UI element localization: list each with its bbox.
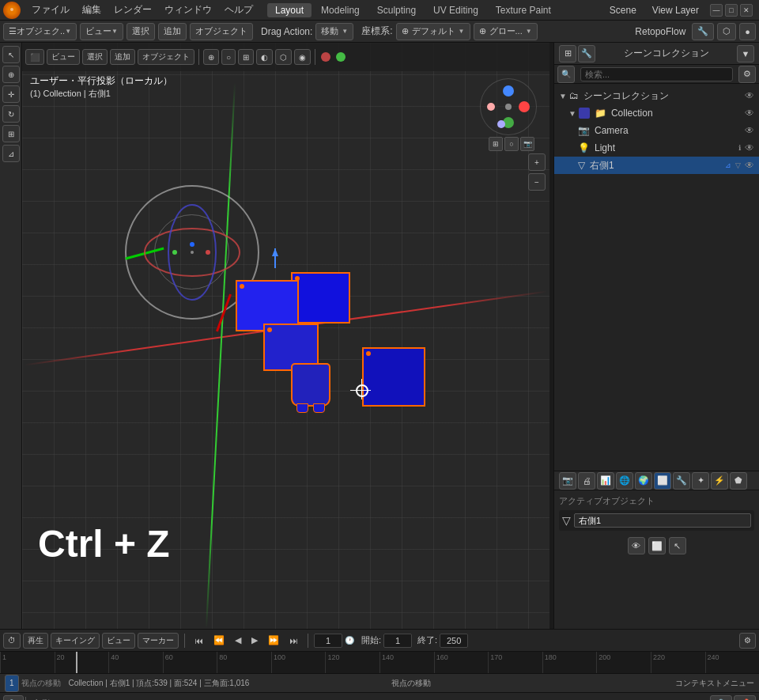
object-button[interactable]: オブジェクト [190, 23, 253, 40]
nav-yn-axis[interactable] [497, 120, 505, 128]
particles-props-tab[interactable]: ✦ [692, 472, 709, 490]
visibility-toggle[interactable]: 👁 [745, 108, 754, 119]
win-minimize[interactable]: — [710, 4, 723, 17]
tab-layout[interactable]: Layout [267, 3, 312, 17]
select-tool-btn[interactable]: ↖ [2, 46, 20, 63]
timeline-editor-type[interactable]: ⏱ [3, 633, 21, 649]
cursor-tool-btn[interactable]: ⊕ [2, 66, 20, 83]
marker-btn[interactable]: マーカー [138, 633, 179, 649]
mode-1-btn[interactable]: 1 [5, 675, 19, 692]
light-item[interactable]: 💡 Light ℹ 👁 [554, 139, 759, 157]
object-creature[interactable] [291, 363, 330, 407]
properties-btn[interactable]: 🔧 [578, 45, 595, 62]
jump-end-btn[interactable]: ⏭ [285, 634, 302, 647]
keying-btn[interactable]: キーイング [51, 633, 100, 649]
snap-btn[interactable]: ⊕ [203, 49, 219, 65]
zoom-out-btn[interactable]: − [528, 173, 546, 191]
menu-help[interactable]: ヘルプ [218, 2, 259, 18]
filter-btn[interactable]: ▼ [737, 45, 754, 62]
grid-btn[interactable]: ⊞ [238, 49, 254, 65]
win-close[interactable]: ✕ [740, 4, 753, 17]
menu-edit[interactable]: 編集 [76, 2, 108, 18]
mode-selector[interactable]: ☰ オブジェク.. ▼ [3, 23, 77, 40]
add-button[interactable]: 追加 [158, 23, 187, 40]
object-cube4[interactable] [362, 347, 425, 407]
world-props-tab[interactable]: 🌍 [635, 472, 652, 490]
select-btn[interactable]: ↖ [669, 537, 686, 554]
search-icon-btn[interactable]: 🔍 [557, 66, 575, 83]
props-pin-btn[interactable]: 📌 [734, 695, 756, 701]
viewport-shading-btn[interactable]: ◐ [256, 49, 273, 65]
timeline-track[interactable]: 1 20 40 60 80 100 120 140 160 170 180 20… [0, 652, 759, 673]
modifier-props-tab[interactable]: 🔧 [673, 472, 690, 490]
transform-orientation-dropdown[interactable]: ⊕ グロー... ▼ [474, 23, 538, 40]
object-item[interactable]: ▽ 右側1 ⊿ ▽ 👁 [554, 157, 759, 174]
drag-action-dropdown[interactable]: 移動 ▼ [315, 23, 353, 40]
object-name-input[interactable] [574, 513, 751, 528]
select-button[interactable]: 選択 [126, 23, 155, 40]
jump-start-btn[interactable]: ⏮ [191, 634, 207, 647]
hide-btn[interactable]: 👁 [628, 537, 645, 554]
overlay-btn[interactable]: ⬡ [275, 49, 292, 65]
select-menu-btn[interactable]: 選択 [82, 49, 108, 65]
props-lock-btn[interactable]: 🔒 [710, 695, 732, 701]
viewport-display-btn[interactable]: ⬜ [648, 537, 666, 554]
visibility-toggle[interactable]: 👁 [745, 160, 754, 171]
visibility-toggle[interactable]: 👁 [745, 125, 754, 136]
scene-collection-item[interactable]: ▼ 🗂 シーンコレクション 👁 [554, 87, 759, 104]
add-menu-btn[interactable]: 追加 [110, 49, 135, 65]
nav-circle[interactable] [480, 78, 537, 135]
win-maximize[interactable]: □ [725, 4, 738, 17]
outliner-search-input[interactable] [580, 67, 733, 81]
step-forward-btn[interactable]: ⏩ [264, 634, 283, 647]
proportional-btn[interactable]: ○ [221, 49, 236, 65]
nav-xn-axis[interactable] [487, 103, 495, 111]
view-layer-props-tab[interactable]: 📊 [597, 472, 614, 490]
menu-render[interactable]: レンダー [108, 2, 158, 18]
nav-gizmo[interactable]: ⊞ ○ 📷 [480, 78, 543, 142]
xray-btn[interactable]: ◉ [294, 49, 311, 65]
tl-settings-btn[interactable]: ⚙ [739, 633, 756, 649]
tab-uv-editing[interactable]: UV Editing [425, 3, 486, 17]
output-props-tab[interactable]: 🖨 [578, 472, 595, 490]
menu-file[interactable]: ファイル [25, 2, 76, 18]
move-tool-btn[interactable]: ✛ [2, 85, 20, 103]
object-props-tab[interactable]: ⬜ [654, 472, 671, 490]
coord-system-dropdown[interactable]: ⊕ デフォルト ▼ [396, 23, 470, 40]
start-frame-input[interactable] [383, 634, 412, 648]
shading-toggle[interactable]: ● [739, 23, 756, 40]
nav-x-axis[interactable] [519, 101, 530, 112]
scale-tool-btn[interactable]: ⊞ [2, 125, 20, 142]
filter-options-btn[interactable]: ⚙ [738, 66, 756, 83]
view-button[interactable]: ビュー ▼ [80, 23, 123, 40]
view-menu-btn[interactable]: ビュー [47, 49, 80, 65]
current-frame-input[interactable] [314, 634, 342, 648]
scene-props-tab[interactable]: 🌐 [616, 472, 633, 490]
tab-sculpting[interactable]: Sculpting [369, 3, 424, 17]
overlay-toggle[interactable]: ⬡ [717, 23, 736, 40]
tl-view-btn[interactable]: ビュー [102, 633, 135, 649]
props-editor-type-btn[interactable]: 🔧 [3, 695, 24, 701]
object-menu-btn[interactable]: オブジェクト [138, 49, 194, 65]
menu-window[interactable]: ウィンドウ [158, 2, 218, 18]
nav-camera-btn[interactable]: 📷 [520, 137, 534, 151]
physics-props-tab[interactable]: ⚡ [711, 472, 728, 490]
render-props-tab[interactable]: 📷 [559, 472, 576, 490]
transform-tool-btn[interactable]: ⊿ [2, 145, 20, 162]
rotate-tool-btn[interactable]: ↻ [2, 105, 20, 123]
play-reverse-btn[interactable]: ◀ [231, 634, 245, 647]
zoom-in-btn[interactable]: + [528, 153, 546, 171]
outliner-btn[interactable]: ⊞ [559, 45, 576, 62]
playback-btn[interactable]: 再生 [23, 633, 48, 649]
collection-item[interactable]: ▼ 📁 Collection 👁 [554, 104, 759, 122]
retopoflow-btn[interactable]: 🔧 [692, 23, 714, 40]
nav-perspective-btn[interactable]: ⊞ [489, 137, 503, 151]
camera-item[interactable]: 📷 Camera 👁 [554, 122, 759, 139]
3d-viewport[interactable]: ⬛ ビュー 選択 追加 オブジェクト ⊕ ○ ⊞ ◐ ⬡ ◉ ユーザー・平行投影… [22, 43, 549, 629]
step-back-btn[interactable]: ⏪ [210, 634, 228, 647]
visibility-toggle[interactable]: 👁 [745, 142, 754, 153]
tab-modeling[interactable]: Modeling [313, 3, 368, 17]
nav-y-axis[interactable] [503, 85, 514, 96]
end-frame-input[interactable] [440, 634, 468, 648]
play-btn[interactable]: ▶ [247, 634, 262, 647]
